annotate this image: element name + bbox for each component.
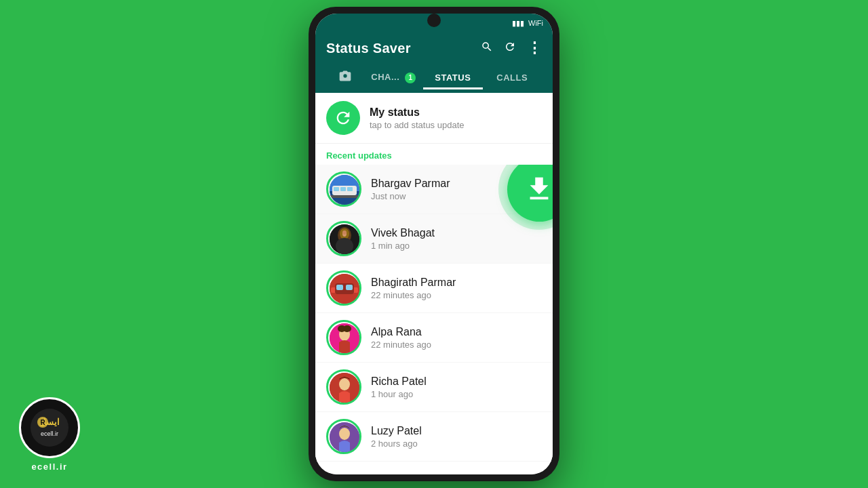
- my-status-avatar: [326, 101, 360, 135]
- app-title-row: Status Saver ⋮: [326, 39, 542, 62]
- svg-rect-9: [340, 187, 346, 191]
- status-name-richa: Richa Patel: [371, 375, 427, 388]
- wifi-icon: WiFi: [528, 19, 543, 27]
- status-info-alpa: Alpa Rana 22 minutes ago: [371, 326, 431, 350]
- content-area: My status tap to add status update Recen…: [315, 93, 553, 474]
- tab-chats-label: CHA...: [371, 72, 399, 82]
- avatar-alpa: [330, 323, 359, 353]
- avatar-ring-bhargav: [326, 171, 361, 207]
- svg-rect-22: [346, 285, 353, 290]
- status-info-vivek: Vivek Bhagat 1 min ago: [371, 227, 435, 251]
- tab-chats-badge: 1: [405, 73, 416, 83]
- status-item-alpa[interactable]: Alpa Rana 22 minutes ago: [315, 313, 553, 363]
- svg-point-15: [336, 238, 353, 254]
- tabs-row: CHA... 1 STATUS CALLS: [326, 62, 542, 93]
- status-info-luzy: Luzy Patel 2 hours ago: [371, 425, 422, 449]
- status-item-bhargav[interactable]: Bhargav Parmar Just now: [315, 165, 553, 214]
- status-list: Bhargav Parmar Just now: [315, 165, 553, 474]
- status-name-luzy: Luzy Patel: [371, 425, 422, 437]
- avatar-ring-vivek: [326, 221, 361, 256]
- status-time-luzy: 2 hours ago: [371, 439, 422, 449]
- avatar-container-vivek: [326, 221, 361, 256]
- my-status-row[interactable]: My status tap to add status update: [315, 93, 553, 144]
- watermark: ایسل ecell.ir R ecell.ir: [19, 397, 80, 472]
- tab-calls-label: CALLS: [496, 73, 528, 83]
- status-info-bhargav: Bhargav Parmar Just now: [371, 178, 450, 201]
- avatar-richa: [330, 373, 359, 403]
- svg-rect-21: [336, 285, 343, 290]
- download-fab-wrapper: [498, 165, 553, 230]
- download-button[interactable]: [507, 165, 553, 222]
- watermark-text: ecell.ir: [19, 462, 80, 472]
- app-header: Status Saver ⋮: [315, 33, 553, 93]
- svg-rect-11: [330, 195, 359, 198]
- svg-point-17: [342, 230, 347, 235]
- my-status-title: My status: [370, 106, 465, 119]
- status-name-bhargav: Bhargav Parmar: [371, 178, 450, 190]
- header-icons: ⋮: [481, 39, 542, 57]
- tab-calls[interactable]: CALLS: [483, 66, 542, 89]
- status-item-bhagirath[interactable]: Bhagirath Parmar 22 minutes ago: [315, 264, 553, 313]
- status-info-bhagirath: Bhagirath Parmar 22 minutes ago: [371, 277, 456, 300]
- more-options-icon[interactable]: ⋮: [527, 39, 542, 57]
- svg-point-29: [339, 378, 350, 390]
- avatar-vivek: [330, 224, 359, 254]
- status-name-bhagirath: Bhagirath Parmar: [371, 277, 456, 289]
- app-title: Status Saver: [326, 41, 411, 56]
- status-time-bhagirath: 22 minutes ago: [371, 290, 456, 300]
- tab-camera[interactable]: [326, 62, 364, 93]
- svg-rect-8: [334, 187, 339, 191]
- avatar-container-bhargav: [326, 171, 361, 207]
- svg-point-0: [31, 409, 68, 447]
- svg-point-31: [339, 428, 350, 440]
- phone-notch: [427, 14, 441, 27]
- svg-text:R: R: [40, 419, 45, 426]
- avatar-ring-alpa: [326, 320, 361, 355]
- avatar-container-luzy: [326, 419, 361, 454]
- avatar-container-bhagirath: [326, 270, 361, 306]
- avatar-container-richa: [326, 369, 361, 405]
- status-name-alpa: Alpa Rana: [371, 326, 431, 338]
- refresh-icon[interactable]: [504, 41, 516, 56]
- status-time-alpa: 22 minutes ago: [371, 340, 431, 350]
- tab-chats[interactable]: CHA... 1: [364, 65, 423, 90]
- avatar-ring-bhagirath: [326, 270, 361, 306]
- phone-frame: ▮▮▮ WiFi Status Saver: [309, 7, 559, 481]
- status-item-luzy[interactable]: Luzy Patel 2 hours ago: [315, 412, 553, 462]
- status-bar-icons: ▮▮▮ WiFi: [512, 19, 543, 28]
- svg-point-27: [343, 325, 351, 332]
- my-status-info: My status tap to add status update: [370, 106, 465, 130]
- status-name-vivek: Vivek Bhagat: [371, 227, 435, 239]
- watermark-logo: ایسل ecell.ir R: [19, 397, 80, 458]
- avatar-bhargav: [330, 175, 359, 205]
- svg-rect-10: [347, 187, 353, 191]
- status-item-richa[interactable]: Richa Patel 1 hour ago: [315, 363, 553, 412]
- avatar-luzy: [330, 422, 359, 452]
- download-fab-glow: [498, 165, 553, 230]
- svg-text:ecell.ir: ecell.ir: [41, 430, 58, 437]
- tab-status-label: STATUS: [435, 73, 471, 83]
- status-time-richa: 1 hour ago: [371, 389, 427, 399]
- phone-screen: ▮▮▮ WiFi Status Saver: [315, 14, 553, 474]
- avatar-container-alpa: [326, 320, 361, 355]
- tab-status[interactable]: STATUS: [423, 66, 482, 89]
- battery-icon: ▮▮▮: [512, 19, 524, 28]
- status-info-richa: Richa Patel 1 hour ago: [371, 375, 427, 399]
- avatar-ring-luzy: [326, 419, 361, 454]
- status-time-bhargav: Just now: [371, 191, 450, 201]
- my-status-subtitle: tap to add status update: [370, 120, 465, 130]
- avatar-ring-richa: [326, 369, 361, 405]
- search-icon[interactable]: [481, 41, 493, 56]
- avatar-bhagirath: [330, 274, 359, 304]
- status-time-vivek: 1 min ago: [371, 241, 435, 251]
- recent-updates-label: Recent updates: [315, 144, 553, 165]
